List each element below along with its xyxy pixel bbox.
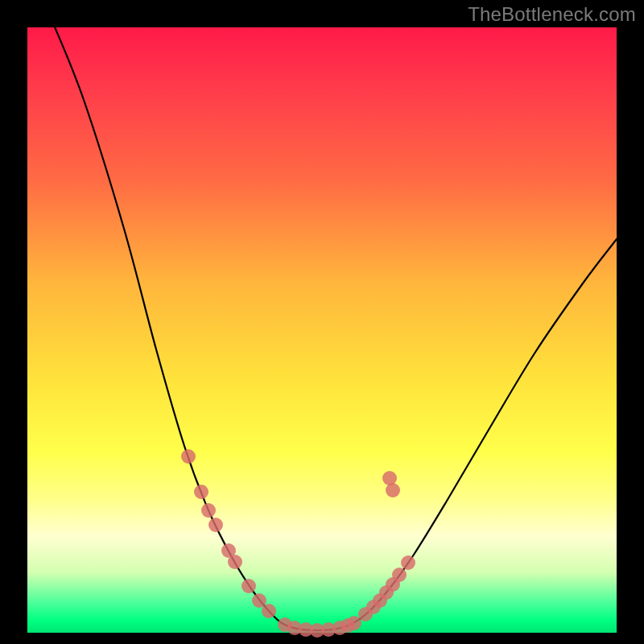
- curve-svg: [27, 27, 617, 633]
- chart-frame: TheBottleneck.com: [0, 0, 644, 644]
- plot-area: [27, 27, 617, 633]
- highlight-dot: [208, 518, 223, 532]
- highlight-dot: [401, 555, 415, 570]
- highlight-dot: [194, 485, 208, 499]
- watermark-text: TheBottleneck.com: [468, 3, 636, 26]
- highlight-dot: [242, 579, 256, 593]
- highlight-dot: [201, 503, 216, 518]
- highlight-dots: [181, 449, 415, 638]
- highlight-dot: [228, 555, 242, 569]
- highlight-dot: [386, 483, 400, 497]
- highlight-dot: [262, 604, 276, 618]
- highlight-dot: [392, 568, 407, 582]
- highlight-dot: [347, 616, 361, 630]
- highlight-dot: [181, 449, 196, 464]
- bottleneck-curve: [52, 19, 617, 630]
